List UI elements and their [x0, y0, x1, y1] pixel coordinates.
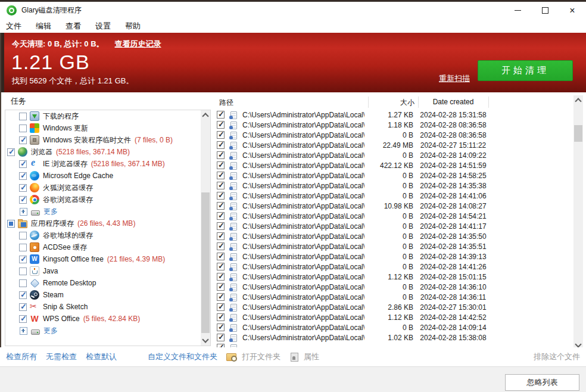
file-checkbox[interactable]	[217, 151, 225, 159]
file-checkbox[interactable]	[217, 222, 225, 230]
task-item[interactable]: Windows 安装程序临时文件 (7 files, 0 B)	[5, 134, 210, 146]
file-row[interactable]: C:\Users\Administrator\AppData\Local\T… …	[213, 332, 573, 343]
file-checkbox[interactable]	[217, 283, 225, 291]
task-checkbox[interactable]	[19, 184, 27, 192]
task-item[interactable]: WPS Office (5 files, 42.84 KB)	[5, 313, 210, 325]
file-checkbox[interactable]	[217, 303, 225, 311]
files-scrollbar-thumb[interactable]	[574, 125, 582, 142]
file-row[interactable]: C:\Users\Administrator\AppData\Local\T… …	[213, 231, 573, 241]
file-row[interactable]: C:\Users\Administrator\AppData\Local\T… …	[213, 211, 573, 221]
column-header-size[interactable]: 大小	[368, 98, 414, 108]
task-item[interactable]: 更多	[5, 206, 210, 217]
check-none-link[interactable]: 无需检查	[46, 351, 77, 362]
menu-item[interactable]: 编辑	[36, 20, 57, 33]
task-checkbox[interactable]	[19, 291, 27, 299]
file-row[interactable]: C:\Users\Administrator\AppData\Local\T… …	[213, 302, 573, 312]
tasks-scrollbar[interactable]	[201, 110, 210, 346]
file-row[interactable]: C:\Users\Administrator\AppData\Local\T… …	[213, 322, 573, 332]
file-row[interactable]: C:\Users\Administrator\AppData\Local\T… …	[213, 241, 573, 251]
task-item[interactable]: 应用程序缓存 (26 files, 4.43 MB)	[5, 217, 210, 229]
file-row[interactable]: C:\Users\Administrator\AppData\Local\T… …	[213, 262, 573, 272]
file-row[interactable]: C:\Users\Administrator\AppData\Local\T… …	[213, 292, 573, 302]
expand-plus-icon[interactable]	[20, 327, 27, 335]
task-item[interactable]: 下载的程序	[5, 110, 210, 122]
menu-item[interactable]: 设置	[95, 20, 117, 33]
file-row[interactable]: C:\Users\Administrator\AppData\Local\T… …	[213, 201, 573, 211]
file-row[interactable]: C:\Users\Administrator\AppData\Local\T… …	[213, 272, 573, 282]
close-button[interactable]: ×	[559, 2, 586, 19]
custom-files-link[interactable]: 自定义文件和文件夹	[148, 351, 217, 362]
task-checkbox[interactable]	[19, 136, 27, 144]
check-default-link[interactable]: 检查默认	[86, 351, 117, 362]
task-item[interactable]: Snip & Sketch	[5, 301, 210, 313]
scroll-up-icon[interactable]	[202, 113, 208, 119]
task-item[interactable]: 浏览器 (5218 files, 367.14 MB)	[5, 146, 210, 158]
file-checkbox[interactable]	[217, 182, 225, 189]
task-item[interactable]: 谷歌浏览器缓存	[5, 194, 210, 206]
file-checkbox[interactable]	[217, 253, 225, 260]
task-item[interactable]: Steam	[5, 289, 210, 301]
task-checkbox[interactable]	[19, 256, 27, 263]
file-checkbox[interactable]	[217, 131, 225, 139]
column-header-path[interactable]: 路径	[219, 98, 233, 108]
file-row[interactable]: C:\Users\Administrator\AppData\Local\T… …	[213, 140, 573, 150]
task-checkbox[interactable]	[7, 220, 15, 228]
file-checkbox[interactable]	[217, 313, 225, 321]
file-row[interactable]: C:\Users\Administrator\AppData\Local\T… …	[213, 110, 573, 120]
task-item[interactable]: Remote Desktop	[5, 277, 210, 289]
file-checkbox[interactable]	[217, 121, 225, 129]
file-row[interactable]: C:\Users\Administrator\AppData\Local\T… …	[213, 191, 573, 201]
file-checkbox[interactable]	[217, 111, 225, 119]
task-item[interactable]: Kingsoft Office free (21 files, 4.39 MB)	[5, 253, 210, 265]
file-checkbox[interactable]	[217, 323, 225, 331]
file-row[interactable]: C:\Users\Administrator\AppData\Local\T… …	[213, 170, 573, 181]
task-checkbox[interactable]	[19, 315, 27, 323]
task-checkbox[interactable]	[19, 232, 27, 239]
file-row[interactable]: C:\Users\Administrator\AppData\Local\T… …	[213, 181, 573, 191]
task-item[interactable]: Java	[5, 265, 210, 277]
menu-item[interactable]: 帮助	[125, 20, 146, 33]
file-checkbox[interactable]	[217, 334, 225, 341]
ignore-list-button[interactable]: 忽略列表	[505, 374, 579, 391]
scroll-down-icon[interactable]	[575, 341, 581, 347]
task-checkbox[interactable]	[19, 113, 27, 120]
file-row[interactable]: C:\Users\Administrator\AppData\Local\T… …	[213, 130, 573, 140]
task-checkbox[interactable]	[19, 303, 27, 311]
open-folder-icon[interactable]	[226, 353, 236, 361]
task-item[interactable]: Microsoft Edge Cache	[5, 170, 210, 182]
task-item[interactable]: 更多	[5, 325, 210, 337]
tasks-scrollbar-thumb[interactable]	[201, 192, 210, 333]
file-checkbox[interactable]	[217, 172, 225, 179]
task-item[interactable]: ACDSee 缓存	[5, 241, 210, 253]
task-checkbox[interactable]	[19, 172, 27, 180]
scroll-down-icon[interactable]	[202, 336, 208, 343]
task-checkbox[interactable]	[19, 160, 27, 168]
file-checkbox[interactable]	[217, 141, 225, 149]
file-row[interactable]: C:\Users\Administrator\AppData\Local\T… …	[213, 150, 573, 160]
expand-plus-icon[interactable]	[20, 208, 27, 216]
check-all-link[interactable]: 检查所有	[6, 351, 37, 362]
file-row[interactable]: C:\Users\Administrator\AppData\Local\T… …	[213, 120, 573, 130]
task-item[interactable]: 谷歌地球的缓存	[5, 229, 210, 241]
file-checkbox[interactable]	[217, 293, 225, 301]
maximize-button[interactable]	[531, 2, 559, 19]
file-row[interactable]: C:\Users\Administrator\AppData\Local\T… …	[213, 221, 573, 231]
properties-link[interactable]: 属性	[304, 351, 319, 362]
file-checkbox[interactable]	[217, 242, 225, 250]
files-scrollbar[interactable]	[573, 95, 583, 350]
menu-item[interactable]: 查看	[66, 20, 87, 33]
properties-icon[interactable]	[291, 353, 298, 362]
file-checkbox[interactable]	[217, 232, 225, 240]
column-header-date[interactable]: Date created	[418, 98, 488, 106]
file-checkbox[interactable]	[217, 192, 225, 200]
task-checkbox[interactable]	[7, 148, 15, 156]
file-row[interactable]: C:\Users\Administrator\AppData\Local\T… …	[213, 282, 573, 292]
task-item[interactable]: Windows 更新	[5, 122, 210, 134]
minimize-button[interactable]	[504, 2, 531, 19]
view-history-link[interactable]: 查看历史记录	[115, 39, 161, 48]
file-row[interactable]: C:\Users\Administrator\AppData\Local\T… …	[213, 160, 573, 170]
menu-item[interactable]: 文件	[6, 20, 27, 33]
column-separator[interactable]	[488, 97, 489, 108]
task-checkbox[interactable]	[19, 244, 27, 251]
task-checkbox[interactable]	[19, 125, 27, 132]
